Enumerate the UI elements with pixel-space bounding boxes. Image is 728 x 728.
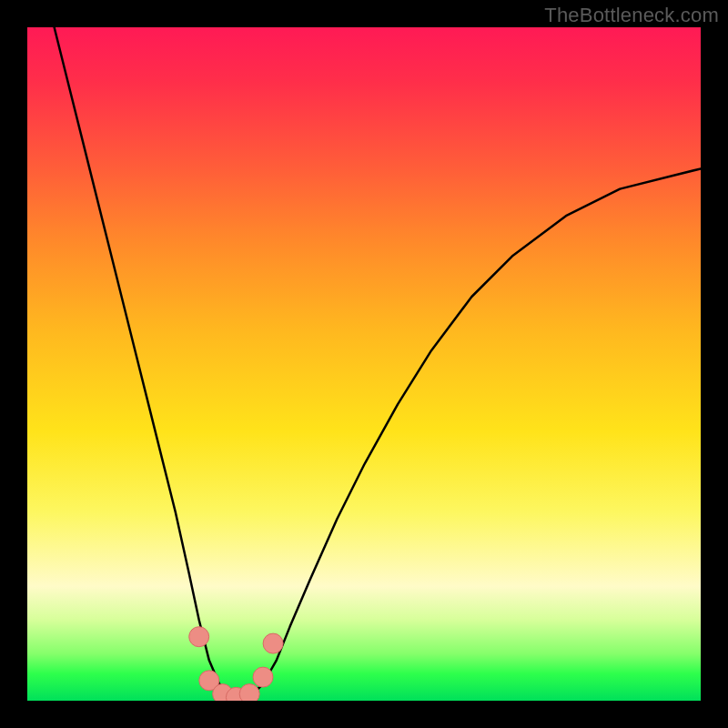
curve-marker	[189, 627, 209, 647]
curve-marker	[253, 667, 273, 687]
curve-marker	[239, 684, 259, 701]
curve-marker	[263, 633, 283, 653]
bottleneck-curve	[55, 27, 701, 697]
watermark-text: TheBottleneck.com	[544, 4, 719, 27]
chart-plot-area	[27, 27, 701, 701]
chart-curve-layer	[27, 27, 701, 701]
